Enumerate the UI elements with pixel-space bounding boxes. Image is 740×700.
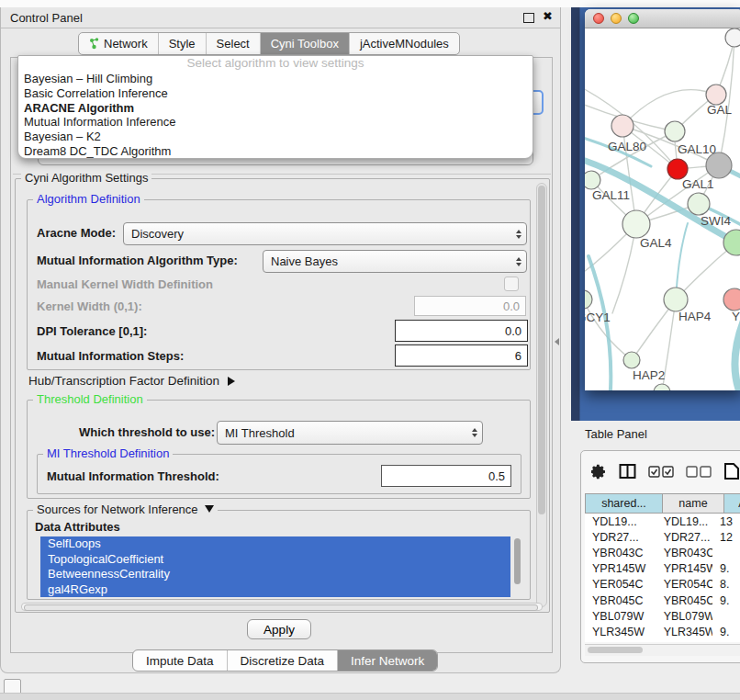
tab-impute-data[interactable]: Impute Data	[133, 650, 227, 671]
network-node[interactable]	[706, 85, 726, 105]
settings-hscrollbar-thumb[interactable]	[24, 604, 538, 611]
table-cell: YDL19...	[656, 515, 712, 528]
network-canvas[interactable]: GALGAL80GAL10GAL1GAL11SWI4GAL4GCY1HAP4YH…	[585, 28, 740, 390]
network-edge[interactable]	[622, 90, 716, 126]
settings-scrollbar[interactable]	[536, 183, 547, 607]
float-window-icon[interactable]	[523, 13, 534, 23]
node-label: Y	[732, 310, 740, 323]
table-hscrollbar[interactable]	[585, 644, 740, 656]
network-node[interactable]	[611, 115, 633, 137]
tab-select[interactable]: Select	[206, 33, 260, 54]
network-node[interactable]	[725, 28, 740, 47]
settings-hscrollbar[interactable]	[21, 603, 543, 611]
tab-discretize-data[interactable]: Discretize Data	[227, 650, 338, 671]
panel-divider-collapse-icon[interactable]	[555, 338, 559, 345]
data-attributes-label: Data Attributes	[35, 520, 120, 534]
which-threshold-select[interactable]: MI Threshold	[217, 421, 483, 445]
table-hscrollbar-thumb[interactable]	[588, 647, 643, 653]
gear-icon[interactable]	[591, 464, 607, 480]
table-row[interactable]: YBR043CYBR043C	[585, 545, 740, 560]
tab-label: Select	[217, 37, 250, 51]
network-icon	[89, 38, 99, 50]
document-icon[interactable]	[723, 462, 740, 480]
network-node[interactable]	[688, 193, 710, 215]
attribute-item[interactable]: SelfLoops	[40, 536, 510, 552]
tab-label: Style	[169, 37, 196, 51]
network-window[interactable]: GALGAL80GAL10GAL1GAL11SWI4GAL4GCY1HAP4YH…	[585, 9, 740, 390]
node-label: GAL80	[608, 140, 646, 153]
sources-group-title[interactable]: Sources for Network Inference	[33, 502, 218, 516]
table-cell: 9.	[712, 594, 740, 607]
table-row[interactable]: YBL079WYBL079W	[585, 608, 740, 624]
node-label: GAL11	[592, 188, 630, 202]
settings-scrollbar-thumb[interactable]	[538, 186, 545, 514]
sources-group: Sources for Network Inference Data Attri…	[27, 510, 531, 600]
attribute-item[interactable]: BetweennessCentrality	[40, 567, 510, 582]
close-traffic-light-icon[interactable]	[593, 13, 604, 24]
manual-kernel-checkbox[interactable]	[504, 277, 519, 291]
attribute-item[interactable]: TopologicalCoefficient	[40, 552, 510, 568]
attribute-item[interactable]: gal4RGexp	[40, 582, 510, 598]
cyni-algorithm-settings-group: Cyni Algorithm Settings Algorithm Defini…	[15, 178, 550, 613]
network-node[interactable]	[622, 210, 650, 238]
apply-button[interactable]: Apply	[247, 619, 311, 639]
algorithm-option[interactable]: ARACNE Algorithm	[18, 101, 533, 116]
table-row[interactable]: YPR145WYPR145W9.	[585, 561, 740, 577]
bottom-status-strip	[0, 693, 740, 700]
tab-infer-network[interactable]: Infer Network	[337, 650, 437, 671]
table-cell: YBR045C	[585, 594, 656, 607]
aracne-mode-select[interactable]: Discovery	[123, 222, 527, 245]
attributes-scrollbar-thumb[interactable]	[514, 538, 521, 584]
network-node[interactable]	[723, 288, 740, 310]
table-cell: 9	[712, 641, 740, 642]
algorithm-option[interactable]: Basic Correlation Inference	[18, 86, 533, 101]
column-header[interactable]: name	[663, 493, 724, 514]
network-node[interactable]	[667, 159, 688, 179]
network-node[interactable]	[664, 288, 688, 311]
table-row[interactable]: YIL052CYIL052C9	[585, 640, 740, 643]
tab-cyni-toolbox[interactable]: Cyni Toolbox	[260, 33, 349, 54]
table-row[interactable]: YER054CYER054C8.	[585, 577, 740, 593]
table-row[interactable]: YDL19...YDL19...13	[585, 514, 740, 529]
tab-style[interactable]: Style	[158, 33, 206, 54]
data-attributes-list[interactable]: SelfLoopsTopologicalCoefficientBetweenne…	[40, 536, 510, 597]
minimize-traffic-light-icon[interactable]	[611, 13, 622, 24]
kernel-width-field[interactable]: 0.0	[414, 296, 526, 316]
mi-type-select[interactable]: Naive Bayes	[263, 250, 527, 273]
zoom-traffic-light-icon[interactable]	[628, 13, 639, 24]
algorithm-option[interactable]: Bayesian – Hill Climbing	[18, 72, 533, 86]
column-header[interactable]: shared...	[585, 493, 663, 514]
algorithm-option[interactable]: Bayesian – K2	[18, 130, 533, 144]
mi-threshold-label: Mutual Information Threshold:	[47, 469, 219, 483]
hub-definition-expander[interactable]: Hub/Transcription Factor Definition	[28, 374, 235, 388]
table-cell: YLR345W	[585, 626, 656, 638]
table-row[interactable]: YLR345WYLR345W9.	[585, 624, 740, 639]
table-row[interactable]: YBR045CYBR045C9.	[585, 593, 740, 608]
columns-icon[interactable]	[619, 463, 636, 480]
algorithm-option[interactable]: Dream8 DC_TDC Algorithm	[18, 144, 533, 159]
dpi-tolerance-field[interactable]: 0.0	[395, 320, 528, 342]
algorithm-option[interactable]: Mutual Information Inference	[18, 115, 533, 130]
table-cell: 8.	[712, 578, 740, 591]
tab-network[interactable]: Network	[79, 33, 158, 54]
tab-label: Network	[104, 37, 148, 51]
mi-type-value: Naive Bayes	[263, 254, 511, 268]
close-icon[interactable]: ✖	[543, 9, 553, 23]
tab-jactivemnodules[interactable]: jActiveMNodules	[349, 33, 459, 54]
network-graph: GALGAL80GAL10GAL1GAL11SWI4GAL4GCY1HAP4YH…	[585, 28, 740, 390]
network-node[interactable]	[623, 352, 640, 368]
column-header[interactable]: A	[724, 493, 740, 514]
node-label: HAP4	[678, 310, 712, 323]
unchecked-pair-icon[interactable]	[686, 466, 712, 478]
network-node[interactable]	[706, 152, 732, 178]
network-edge[interactable]	[591, 131, 675, 180]
network-node[interactable]	[665, 121, 685, 141]
table-cell: YBR043C	[656, 547, 712, 559]
network-node[interactable]	[585, 290, 592, 309]
mi-steps-field[interactable]: 6	[395, 344, 528, 367]
mi-threshold-field[interactable]: 0.5	[381, 465, 511, 487]
network-node[interactable]	[654, 384, 670, 390]
checked-pair-icon[interactable]	[648, 466, 674, 478]
network-node[interactable]	[585, 171, 600, 189]
table-row[interactable]: YDR27...YDR27...12	[585, 529, 740, 545]
